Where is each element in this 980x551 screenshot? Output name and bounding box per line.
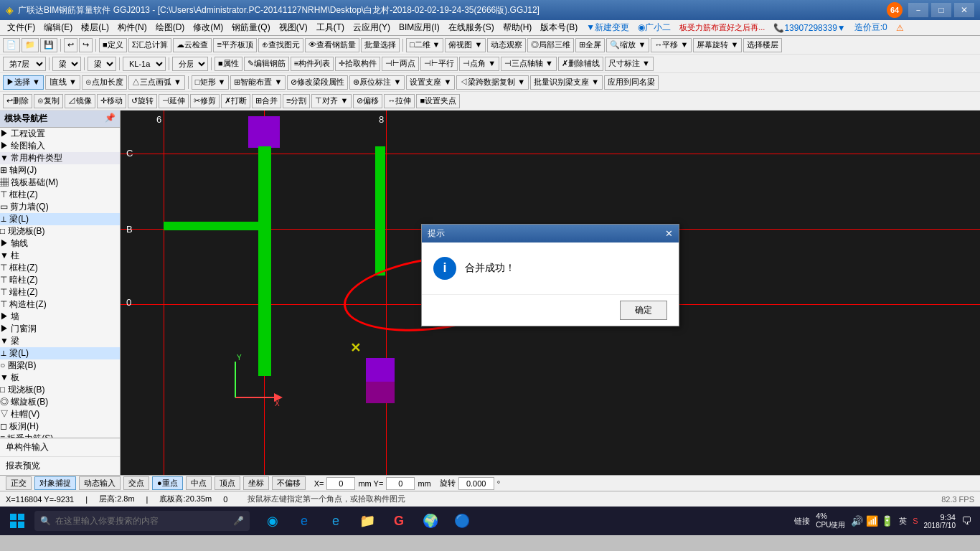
pan-button[interactable]: ↔平移 ▼ [651,38,692,52]
menu-price[interactable]: 造价豆:0 [850,20,892,35]
edit-rebar-button[interactable]: ✎编辑钢筋 [244,57,289,71]
zoom-button[interactable]: 🔍缩放 ▼ [606,38,649,52]
sidebar-item-common[interactable]: ▼ 常用构件类型 [0,152,120,164]
taskbar-special[interactable]: 🔵 [448,508,476,534]
2d-button[interactable]: □二维 ▼ [406,38,444,52]
sidebar-item-shearwall[interactable]: ▭ 剪力墙(Q) [0,201,120,213]
search-input[interactable] [55,516,229,526]
split-button[interactable]: ≡分割 [283,94,310,108]
menu-file[interactable]: 文件(F) [3,20,39,35]
sidebar-section-beam[interactable]: ▼ 梁 [0,335,120,347]
sidebar-item-endcol[interactable]: ⊤ 端柱(Z) [0,286,120,298]
menu-draw[interactable]: 绘图(D) [151,20,189,35]
midpoint-label-button[interactable]: ●重点 [152,476,183,490]
minimize-button[interactable]: － [908,3,928,17]
endpoint-button[interactable]: 顶点 [215,476,240,490]
break-button[interactable]: ✗打断 [221,94,250,108]
cloud-check-button[interactable]: ☁云检查 [173,38,212,52]
grip-button[interactable]: ■设置夹点 [416,94,460,108]
menu-tools[interactable]: 工具(T) [312,20,349,35]
menu-guangxiao[interactable]: ◉广小二 [633,20,675,35]
menu-version[interactable]: 版本号(B) [536,20,582,35]
sidebar-section-opening[interactable]: ▶ 门窗洞 [0,323,120,335]
taskbar-cortana[interactable]: ◉ [258,508,287,534]
menu-phone[interactable]: 📞13907298339▼ [769,22,849,34]
property-button[interactable]: ■属性 [215,57,242,71]
dynamic-input-button[interactable]: 动态输入 [79,476,121,490]
sidebar-section-slab[interactable]: ▼ 板 [0,372,120,384]
sidebar-item-colcap[interactable]: ▽ 柱帽(V) [0,408,120,420]
rect-button[interactable]: □矩形 ▼ [192,75,230,90]
sidebar-item-framecol[interactable]: ⊤ 框柱(Z) [0,262,120,274]
point-length-button[interactable]: ⊙点加长度 [82,75,127,90]
close-button[interactable]: ✕ [954,3,974,17]
apply-same-button[interactable]: 应用到同名梁 [604,75,659,90]
sidebar-item-structcol[interactable]: ⊤ 构造柱(Z) [0,298,120,311]
sidebar-item-project-setup[interactable]: ▶ 工程设置 [0,128,120,140]
sum-button[interactable]: Σ汇总计算 [128,38,172,52]
taskbar-edge[interactable]: e [290,508,319,534]
save-button[interactable]: 💾 [40,38,57,52]
batch-select-button[interactable]: 批量选择 [361,38,400,52]
dialog-close-button[interactable]: ✕ [665,228,673,239]
report-preview-button[interactable]: 报表预览 [0,457,120,475]
sidebar-item-slab[interactable]: □ 现浇板(B) [0,225,120,237]
stretch-button[interactable]: ↔拉伸 [384,94,415,108]
inplace-label-button[interactable]: ⊛原位标注 ▼ [349,75,405,90]
menu-cloud[interactable]: 云应用(Y) [349,20,395,35]
sidebar-item-raft[interactable]: ▦ 筏板基础(M) [0,176,120,189]
copy-edit-button[interactable]: ⊙复制 [34,94,63,108]
no-snap-button[interactable]: 不偏移 [272,476,306,490]
offset-button[interactable]: ⊘偏移 [353,94,382,108]
dim-button[interactable]: 尺寸标注 ▼ [605,57,654,71]
sidebar-item-spiralslab[interactable]: ◎ 螺旋板(B) [0,396,120,408]
taskbar-ie[interactable]: e [321,508,350,534]
taskbar-explorer[interactable]: 📁 [353,508,382,534]
align-top-button[interactable]: ≡平齐板顶 [213,38,256,52]
beam-type-select[interactable]: 梁 [88,57,116,71]
set-support-button[interactable]: 设置支座 ▼ [406,75,455,90]
topview-button[interactable]: 俯视图 ▼ [445,38,486,52]
define-button[interactable]: ■定义 [99,38,127,52]
floor-select[interactable]: 第7层 [3,57,46,71]
trim-button[interactable]: ✂修剪 [190,94,220,108]
beam-name-select[interactable]: KL-1a [123,57,166,71]
delete-button[interactable]: ↩删除 [3,94,32,108]
batch-id-button[interactable]: 批量识别梁支座 ▼ [530,75,603,90]
start-button[interactable] [3,508,32,534]
three-point-button[interactable]: ⊣三点轴轴 ▼ [501,57,557,71]
maximize-button[interactable]: □ [931,3,951,17]
sidebar-section-wall[interactable]: ▶ 墙 [0,311,120,323]
angle-button[interactable]: ⊣点角 ▼ [459,57,499,71]
rotate-screen-button[interactable]: 屏幕旋转 ▼ [693,38,742,52]
sidebar-item-castslab[interactable]: □ 现浇板(B) [0,384,120,396]
select-floor-button[interactable]: 选择楼层 [743,38,782,52]
menu-help[interactable]: 帮助(H) [499,20,537,35]
redo-button[interactable]: ↪ [79,38,93,52]
clock[interactable]: 9:34 2018/7/10 [924,513,956,529]
two-point-button[interactable]: ⊣⊢两点 [382,57,419,71]
sidebar-section-column[interactable]: ▼ 柱 [0,250,120,262]
menu-floor[interactable]: 楼层(L) [77,20,113,35]
sidebar-section-axis[interactable]: ▶ 轴线 [0,237,120,250]
menu-modify[interactable]: 修改(M) [189,20,227,35]
merge-button[interactable]: ⊞合并 [252,94,281,108]
new-button[interactable]: 📄 [3,38,20,52]
rotate-input[interactable] [458,477,494,490]
menu-newchange[interactable]: ▼新建变更 [582,20,633,35]
arc-button[interactable]: △三点画弧 ▼ [128,75,185,90]
y-input[interactable] [386,477,415,490]
local-3d-button[interactable]: ◎局部三维 [527,38,574,52]
canvas-area[interactable]: 6 7 8 C B 0 ✕ [121,110,980,475]
notification-button[interactable]: 🗨 [961,515,971,527]
align-button[interactable]: ⊤对齐 ▼ [311,94,352,108]
menu-rebar[interactable]: 钢筋量(Q) [227,20,274,35]
move-button[interactable]: ✛移动 [97,94,126,108]
taskbar-globe[interactable]: 🌍 [416,508,445,534]
view-rebar-button[interactable]: 👁查看钢筋量 [305,38,359,52]
mirror-button[interactable]: ⊿镜像 [65,94,95,108]
coord-button[interactable]: 坐标 [243,476,269,490]
taskbar-app-g[interactable]: G [385,508,413,534]
sidebar-item-axisnet[interactable]: ⊞ 轴网(J) [0,164,120,176]
layer-select[interactable]: 分层1 [172,57,208,71]
